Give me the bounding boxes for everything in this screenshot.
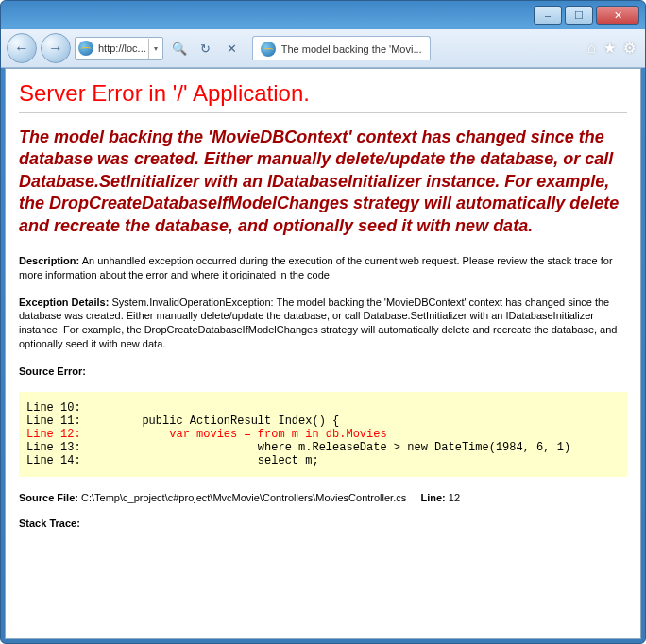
close-button[interactable]: ✕: [596, 6, 639, 25]
error-heading: Server Error in '/' Application.: [19, 80, 627, 107]
browser-toolbar: ← → http://loc... ▾ 🔍 ↻ ✕ The model back…: [1, 29, 645, 68]
description-text: An unhandled exception occurred during t…: [19, 255, 613, 280]
search-icon: 🔍: [172, 42, 187, 56]
arrow-left-icon: ←: [14, 40, 29, 57]
description-block: Description: An unhandled exception occu…: [19, 254, 627, 282]
minimize-button[interactable]: –: [534, 6, 562, 25]
source-error-label: Source Error:: [19, 365, 86, 377]
browser-tab[interactable]: The model backing the 'Movi...: [252, 36, 431, 60]
stop-button[interactable]: ✕: [220, 37, 245, 59]
error-message: The model backing the 'MovieDBContext' c…: [19, 127, 627, 237]
address-text: http://loc...: [96, 42, 148, 54]
chevron-down-icon[interactable]: ▾: [148, 39, 162, 59]
stack-trace-label: Stack Trace:: [19, 517, 80, 529]
code-line: Line 10:: [26, 401, 620, 415]
source-error-label-block: Source Error:: [19, 364, 627, 379]
ie-icon: [261, 42, 276, 57]
code-line: Line 13: where m.ReleaseDate > new DateT…: [26, 441, 620, 454]
forward-button[interactable]: →: [41, 33, 71, 63]
close-icon: ✕: [227, 42, 237, 56]
divider: [19, 112, 627, 113]
line-label: Line:: [420, 492, 445, 503]
code-line: Line 14: select m;: [26, 454, 620, 467]
code-line-highlight: Line 12: var movies = from m in db.Movie…: [26, 428, 620, 441]
favorites-icon[interactable]: ★: [604, 40, 616, 57]
tab-title: The model backing the 'Movi...: [281, 43, 422, 55]
address-bar[interactable]: http://loc... ▾: [75, 37, 163, 60]
browser-window: – ☐ ✕ ← → http://loc... ▾ 🔍 ↻ ✕ The mode…: [0, 0, 646, 644]
command-bar: ⌂ ★ ⚙: [587, 40, 639, 57]
window-titlebar[interactable]: – ☐ ✕: [1, 1, 645, 29]
exception-block: Exception Details: System.InvalidOperati…: [19, 296, 627, 351]
source-code-box: Line 10:Line 11: public ActionResult Ind…: [19, 392, 627, 477]
exception-label: Exception Details:: [19, 297, 109, 308]
page-content[interactable]: Server Error in '/' Application. The mod…: [6, 69, 640, 638]
gear-icon[interactable]: ⚙: [623, 40, 636, 57]
refresh-icon: ↻: [200, 42, 211, 56]
maximize-button[interactable]: ☐: [565, 6, 593, 25]
search-button[interactable]: 🔍: [167, 37, 192, 59]
description-label: Description:: [19, 255, 79, 266]
arrow-right-icon: →: [48, 40, 63, 57]
stack-trace-label-block: Stack Trace:: [19, 517, 627, 531]
ie-icon: [78, 41, 94, 56]
source-file-label: Source File:: [19, 492, 78, 503]
exception-text: System.InvalidOperationException: The mo…: [19, 297, 617, 350]
refresh-button[interactable]: ↻: [194, 37, 218, 59]
source-file-block: Source File: C:\Temp\c_project\c#project…: [19, 492, 627, 503]
line-number: 12: [449, 492, 460, 503]
source-file-path: C:\Temp\c_project\c#project\MvcMovie\Con…: [81, 492, 406, 503]
back-button[interactable]: ←: [7, 33, 37, 63]
code-line: Line 11: public ActionResult Index() {: [26, 415, 620, 428]
home-icon[interactable]: ⌂: [587, 40, 596, 57]
